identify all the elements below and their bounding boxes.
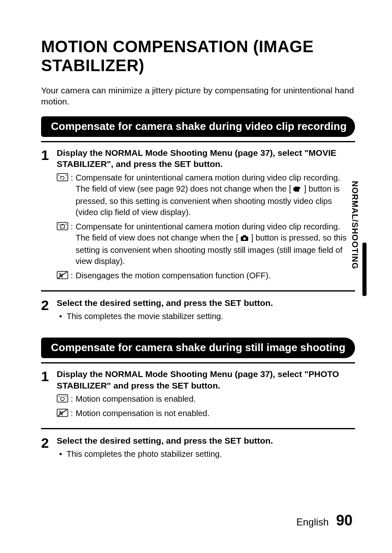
bullet-line: • This completes the photo stabilizer se…: [59, 449, 355, 460]
step-number: 2: [41, 297, 57, 322]
step-head: Select the desired setting, and press th…: [57, 297, 355, 308]
page-title: MOTION COMPENSATION (IMAGE STABILIZER): [41, 37, 355, 75]
step-1-video: 1 Display the NORMAL Mode Shooting Menu …: [41, 142, 355, 292]
bullet-text: This completes the photo stabilizer sett…: [67, 449, 222, 460]
bullet-dot: •: [59, 311, 67, 322]
step-head: Select the desired setting, and press th…: [57, 435, 355, 446]
stabilizer-video-icon: [57, 172, 71, 218]
option-photo-off: : Motion compensation is not enabled.: [57, 408, 355, 419]
video-button-icon: [293, 185, 302, 196]
side-tab-label: NORMAL/SHOOTING: [350, 181, 360, 269]
footer-page-number: 90: [336, 512, 353, 529]
option-off: : Disengages the motion compensation fun…: [57, 270, 355, 281]
bullet-line: • This completes the movie stabilizer se…: [59, 311, 355, 322]
step-number: 2: [41, 435, 57, 460]
option-text: Disengages the motion compensation funct…: [76, 270, 355, 281]
step-1-still: 1 Display the NORMAL Mode Shooting Menu …: [41, 363, 355, 429]
option-video-fov: : Compensate for unintentional camera mo…: [57, 172, 355, 218]
stabilizer-off-icon: [57, 270, 71, 281]
colon: :: [71, 172, 76, 218]
colon: :: [71, 408, 76, 419]
page-footer: English 90: [296, 512, 353, 529]
camera-button-icon: [240, 234, 249, 245]
section-heading-still: Compensate for camera shake during still…: [44, 338, 355, 359]
step-number: 1: [41, 147, 57, 285]
step-head: Display the NORMAL Mode Shooting Menu (p…: [57, 147, 355, 170]
colon: :: [71, 393, 76, 405]
intro-text: Your camera can minimize a jittery pictu…: [41, 85, 355, 107]
step-head: Display the NORMAL Mode Shooting Menu (p…: [57, 368, 355, 391]
colon: :: [71, 221, 76, 267]
option-text: Compensate for unintentional camera moti…: [76, 172, 355, 218]
manual-page: MOTION COMPENSATION (IMAGE STABILIZER) Y…: [0, 0, 392, 553]
bullet-text: This completes the movie stabilizer sett…: [67, 311, 223, 322]
colon: :: [71, 270, 76, 281]
stabilizer-photo-off-icon: [57, 408, 71, 419]
option-still-fov: : Compensate for unintentional camera mo…: [57, 221, 355, 267]
stabilizer-photo-on-icon: [57, 393, 71, 405]
option-text: Motion compensation is not enabled.: [76, 408, 355, 419]
side-tab-bar: [362, 243, 367, 296]
step-2-still: 2 Select the desired setting, and press …: [41, 430, 355, 465]
side-tab: NORMAL/SHOOTING: [350, 181, 363, 293]
footer-language: English: [296, 516, 329, 528]
option-photo-on: : Motion compensation is enabled.: [57, 393, 355, 405]
option-text: Compensate for unintentional camera moti…: [76, 221, 355, 267]
section-heading-video: Compensate for camera shake during video…: [44, 116, 355, 137]
step-2-video: 2 Select the desired setting, and press …: [41, 292, 355, 328]
stabilizer-still-icon: [57, 221, 71, 267]
step-number: 1: [41, 368, 57, 422]
option-text: Motion compensation is enabled.: [76, 393, 355, 405]
bullet-dot: •: [59, 449, 67, 460]
